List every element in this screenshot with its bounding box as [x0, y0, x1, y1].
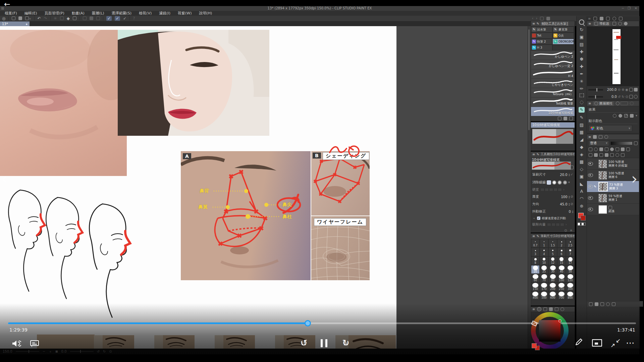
mask-icon[interactable]: [589, 147, 592, 151]
panel-bottom-icon-4[interactable]: [606, 302, 610, 306]
zoom-out-icon[interactable]: ⊖: [618, 88, 620, 92]
visibility-toggle[interactable]: [587, 173, 594, 177]
snap-special-ruler-icon[interactable]: ✓: [115, 16, 120, 21]
dock-icon-2[interactable]: [600, 17, 603, 20]
size-cell[interactable]: 1.5: [548, 239, 557, 248]
brush-item[interactable]: かしゆペン 2: [531, 51, 575, 60]
rotate-right-icon[interactable]: ↻: [622, 95, 624, 99]
detail-settings-icon[interactable]: ✳: [570, 229, 573, 232]
combine-icon[interactable]: [615, 153, 619, 157]
subtool-group-dippen[interactable]: ✎沾水筆: [531, 26, 552, 33]
main-color-swatch[interactable]: [532, 343, 537, 348]
hand-tool-icon[interactable]: ✽: [580, 57, 584, 62]
figure-tool-icon[interactable]: ◇: [580, 167, 583, 172]
size-cell[interactable]: 200: [548, 283, 557, 291]
subview-tab-icon[interactable]: [612, 22, 616, 25]
text-tool-icon[interactable]: A: [580, 189, 583, 194]
pen-tool-icon[interactable]: ✒: [580, 71, 584, 76]
inkpen-tool-icon[interactable]: ✏: [580, 86, 584, 91]
brush-item-selected[interactable]: 10分钟速写排线笔: [531, 107, 575, 116]
clip-icon[interactable]: [599, 147, 603, 151]
layer-property-tab[interactable]: 圖層屬性: [593, 101, 614, 106]
size-cell[interactable]: 8: [531, 256, 540, 265]
color-set-tab-icon[interactable]: [549, 307, 553, 311]
back-button[interactable]: ←: [4, 0, 10, 8]
size-cell[interactable]: 100: [557, 274, 566, 283]
prop-row-hardness[interactable]: 硬度 ›: [531, 186, 575, 193]
layer-search-tab[interactable]: [616, 102, 628, 105]
ruler-tool-icon[interactable]: ◣: [580, 181, 583, 186]
canvas-vscrollbar[interactable]: [528, 26, 530, 349]
dock-menu-icon[interactable]: ≡: [588, 17, 591, 20]
color-mixer-tab-icon[interactable]: [560, 307, 564, 311]
menu-filter[interactable]: 濾鏡(I): [159, 11, 170, 16]
status-rotate-reset[interactable]: ⊙: [109, 350, 112, 353]
draft-icon[interactable]: [610, 147, 614, 151]
pencil-tool-icon[interactable]: ✎: [580, 115, 584, 120]
operation-tool-icon[interactable]: ⊕: [580, 203, 584, 208]
info-tab-icon[interactable]: [624, 22, 628, 25]
subtitle-icon[interactable]: [30, 339, 40, 348]
color-wheel[interactable]: [531, 312, 575, 349]
transfer-icon[interactable]: [610, 153, 614, 157]
collapse-left-icon[interactable]: ‹: [532, 17, 533, 20]
new-file-icon[interactable]: [12, 16, 15, 21]
layer-row-paper[interactable]: 紙張: [587, 204, 639, 215]
ref-icon[interactable]: [605, 147, 608, 151]
zoom-tool-icon[interactable]: [579, 19, 584, 25]
panel-layout2-icon[interactable]: [546, 17, 550, 20]
menu-page[interactable]: 頁面管理(P): [44, 11, 64, 16]
size-cell[interactable]: 30: [548, 265, 557, 274]
layer-row[interactable]: 100 %普通圖層 6 的複製: [587, 158, 639, 170]
fit-screen-icon[interactable]: ◉: [625, 88, 628, 92]
new-layer-icon[interactable]: [589, 153, 592, 157]
new-vector-layer-icon[interactable]: [594, 153, 598, 157]
canvas-video-content[interactable]: A 鼻背 鼻翼 鼻尖 鼻柱: [0, 26, 396, 349]
layers-tab2-icon[interactable]: [599, 135, 602, 139]
volume-icon[interactable]: [11, 339, 21, 348]
size-cell[interactable]: 120: [566, 274, 575, 283]
menu-edit[interactable]: 編輯(E): [24, 11, 37, 16]
size-cell[interactable]: 3: [531, 248, 540, 256]
flip-v-icon[interactable]: [634, 88, 638, 92]
menu-view[interactable]: 檢視(V): [139, 11, 152, 16]
tone-tool-icon[interactable]: ▦: [580, 130, 584, 135]
menu-selection[interactable]: 選擇範圍(S): [112, 11, 132, 16]
move-layer-tool-icon[interactable]: ✚: [580, 64, 584, 69]
border-effect-icon[interactable]: [613, 114, 616, 118]
panel-menu-icon[interactable]: ≡: [532, 22, 535, 25]
menu-file[interactable]: 檔案(F): [5, 11, 17, 16]
collapse-button[interactable]: ↙ ↗: [610, 337, 621, 349]
subtool-group-quick2[interactable]: ✎快筆 2: [531, 39, 552, 45]
canvas-tab[interactable]: 13* ●: [0, 21, 30, 26]
balloon-tool-icon[interactable]: ◠: [580, 196, 583, 201]
deselect-icon[interactable]: [60, 16, 64, 21]
rewind-10-button[interactable]: ↺10: [300, 338, 308, 348]
size-cell[interactable]: 500: [540, 291, 548, 300]
lock-alpha-icon[interactable]: [621, 147, 625, 151]
panel-menu-icon[interactable]: ≡: [532, 234, 535, 238]
dock-icon-4[interactable]: [612, 17, 616, 20]
add-subtool-icon[interactable]: [558, 117, 561, 120]
flip-h-icon[interactable]: [629, 88, 633, 92]
color-mode-bar[interactable]: [578, 223, 586, 226]
more-options-button[interactable]: ⋯: [626, 338, 635, 348]
prop-row-thickness[interactable]: 厚度 100 ▴▾ ⊘: [531, 193, 575, 200]
size-cell[interactable]: 40: [557, 265, 566, 274]
size-cell[interactable]: 80: [548, 274, 557, 283]
status-rotate-left[interactable]: ↺: [97, 350, 100, 353]
size-cell[interactable]: 4: [540, 248, 548, 256]
timeline-handle[interactable]: [305, 320, 311, 326]
menu-layer[interactable]: 圖層(L): [92, 11, 104, 16]
opacity-bar[interactable]: [610, 141, 633, 145]
color-wheel-tab-icon[interactable]: [537, 307, 541, 311]
subtool-group-marker[interactable]: ✎麥克筆: [552, 26, 574, 33]
status-rotation-slider[interactable]: [70, 351, 94, 352]
new-folder-icon[interactable]: [599, 153, 603, 157]
size-cell[interactable]: 17: [566, 256, 575, 265]
csp-maximize-icon[interactable]: ❐: [628, 6, 631, 10]
panel-bottom-icon-1[interactable]: [589, 302, 593, 306]
size-cell[interactable]: 600: [548, 291, 557, 300]
color-slider-tab-icon[interactable]: [543, 307, 547, 311]
rotate-reset-icon[interactable]: ⊙: [626, 95, 628, 99]
